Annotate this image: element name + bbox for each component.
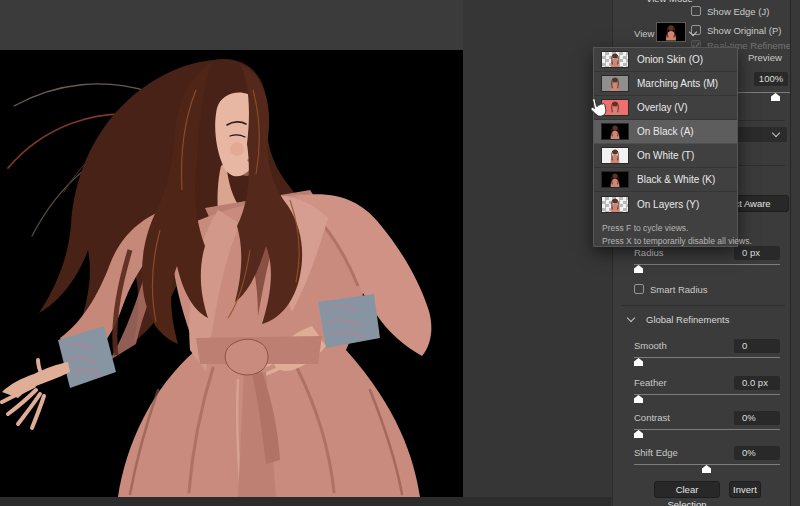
feather-label: Feather [634,377,667,388]
preview-label: Preview [748,52,782,63]
onion-skin-thumbnail-icon [601,51,629,68]
invert-button[interactable]: Invert [729,481,761,498]
contrast-label: Contrast [634,412,670,423]
document-canvas[interactable] [0,50,463,497]
view-label: View [634,28,654,39]
feather-value-field[interactable]: 0.0 px [734,376,780,390]
view-mode-thumbnail-button[interactable] [656,22,686,42]
global-refinements-title: Global Refinements [646,314,729,325]
marching-ants-thumbnail-icon [601,75,629,92]
view-mode-section-title: View Mode [646,0,693,4]
feather-slider[interactable] [634,392,780,404]
panel-scrollbar[interactable] [790,0,800,506]
smart-radius-checkbox[interactable] [634,284,644,294]
on-black-preview-icon [657,23,685,41]
on-white-thumbnail-icon [601,147,629,164]
view-option-marching-ants[interactable]: Marching Ants (M) [594,72,737,96]
on-black-thumbnail-icon [601,123,629,140]
view-option-on-white[interactable]: On White (T) [594,144,737,168]
shift-edge-slider[interactable] [634,462,780,474]
view-option-on-black[interactable]: On Black (A) [594,120,737,144]
view-option-overlay[interactable]: Overlay (V) [594,96,737,120]
cycle-views-hint: Press F to cycle views. [602,223,688,233]
view-option-black-and-white[interactable]: Black & White (K) [594,168,737,192]
disable-views-hint: Press X to temporarily disable all views… [602,236,752,246]
on-layers-thumbnail-icon [601,196,629,213]
transparency-value-field[interactable]: 100% [754,72,788,86]
shift-edge-label: Shift Edge [634,447,678,458]
preset-select-chevron-down-icon [772,129,780,137]
show-original-label: Show Original (P) [707,25,781,36]
radius-label: Radius [634,247,664,258]
belt-knot [225,339,268,375]
contrast-slider[interactable] [634,427,780,439]
view-option-on-layers[interactable]: On Layers (Y) [594,192,737,216]
select-and-mask-workspace: View Mode Show Edge (J) Show Original (P… [0,0,800,506]
show-edge-label: Show Edge (J) [707,6,769,17]
smooth-value-field[interactable]: 0 [734,339,780,353]
smooth-label: Smooth [634,340,667,351]
shift-edge-value-field[interactable]: 0% [734,446,780,460]
model-photo-on-black [0,50,463,497]
view-option-onion-skin[interactable]: Onion Skin (O) [594,48,737,72]
workspace-top-band [0,0,463,50]
contrast-value-field[interactable]: 0% [734,411,780,425]
hand-pointer-cursor [587,97,607,119]
black-and-white-thumbnail-icon [601,171,629,188]
smooth-slider[interactable] [634,355,780,367]
canvas-bottom-strip [0,497,611,506]
view-mode-dropdown: Onion Skin (O) Marching Ants (M) Overlay… [593,47,738,247]
radius-value-field[interactable]: 0 px [734,246,780,260]
smart-radius-label: Smart Radius [650,284,708,295]
clear-selection-button[interactable]: Clear Selection [654,481,720,498]
radius-slider[interactable] [634,262,780,274]
global-refinements-chevron-down-icon[interactable] [627,314,635,322]
show-edge-checkbox[interactable] [691,6,701,16]
